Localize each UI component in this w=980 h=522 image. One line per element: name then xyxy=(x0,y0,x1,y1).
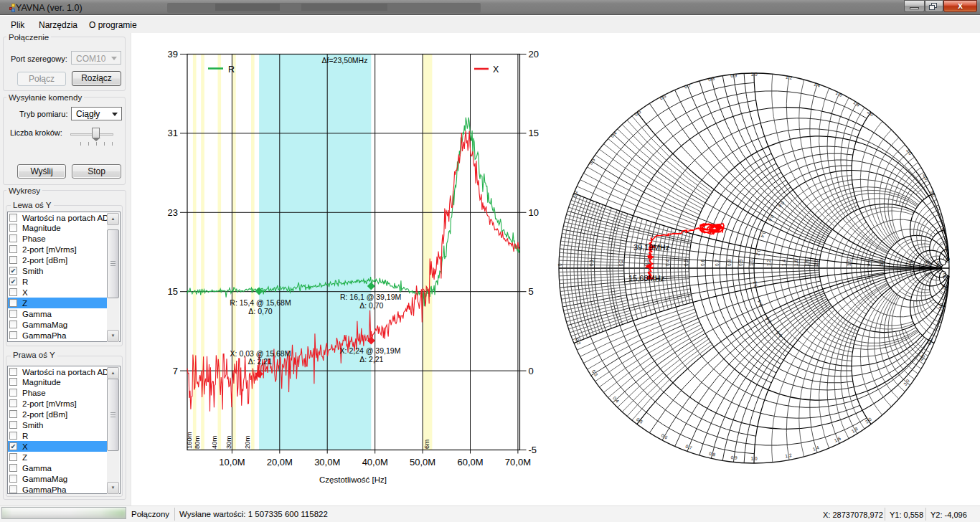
svg-text:Δ: 2,21: Δ: 2,21 xyxy=(359,355,383,364)
svg-text:39,19MHz: 39,19MHz xyxy=(633,243,669,252)
svg-text:30,0M: 30,0M xyxy=(314,457,340,468)
svg-text:15: 15 xyxy=(168,286,178,297)
svg-text:40,0M: 40,0M xyxy=(362,457,388,468)
svg-text:5: 5 xyxy=(529,286,534,297)
svg-text:0: 0 xyxy=(557,263,562,266)
svg-text:20: 20 xyxy=(944,246,950,252)
svg-text:60,0M: 60,0M xyxy=(457,457,483,468)
svg-text:10,0M: 10,0M xyxy=(219,457,245,468)
svg-text:70,0M: 70,0M xyxy=(505,457,531,468)
svg-text:0.8: 0.8 xyxy=(707,76,715,82)
svg-text:R: 16,1 @ 39,19M: R: 16,1 @ 39,19M xyxy=(340,293,401,301)
svg-text:15: 15 xyxy=(529,128,539,138)
svg-text:Δ: 0,70: Δ: 0,70 xyxy=(248,307,272,315)
svg-text:2.0: 2.0 xyxy=(864,417,873,424)
svg-text:0.9: 0.9 xyxy=(730,72,738,78)
svg-text:0.2: 0.2 xyxy=(571,189,578,197)
svg-text:40m: 40m xyxy=(210,435,218,449)
svg-text:0.6: 0.6 xyxy=(660,432,669,440)
svg-text:10: 10 xyxy=(908,260,913,266)
svg-text:0.5: 0.5 xyxy=(684,260,689,266)
svg-text:1.0: 1.0 xyxy=(750,72,757,77)
svg-text:1.8: 1.8 xyxy=(852,100,861,108)
svg-text:0.4: 0.4 xyxy=(756,299,763,307)
svg-text:20: 20 xyxy=(529,49,539,60)
svg-text:0.9: 0.9 xyxy=(738,260,743,266)
svg-text:0.2: 0.2 xyxy=(752,280,758,288)
svg-text:0.8: 0.8 xyxy=(777,201,786,209)
svg-text:1.0: 1.0 xyxy=(749,260,754,266)
svg-text:10: 10 xyxy=(529,207,539,218)
svg-text:R: R xyxy=(228,65,235,75)
svg-text:2.0: 2.0 xyxy=(867,109,875,117)
svg-text:0.7: 0.7 xyxy=(715,260,720,266)
svg-text:0.2: 0.2 xyxy=(575,338,582,346)
svg-text:1.0: 1.0 xyxy=(750,456,757,461)
svg-text:30m: 30m xyxy=(225,435,232,449)
svg-text:50: 50 xyxy=(942,272,947,278)
svg-text:Δf=23,50MHz: Δf=23,50MHz xyxy=(322,56,368,65)
svg-text:0.3: 0.3 xyxy=(591,369,599,377)
svg-text:0.8: 0.8 xyxy=(775,330,783,338)
svg-text:80m: 80m xyxy=(193,435,201,449)
svg-text:4.0: 4.0 xyxy=(918,353,926,362)
svg-text:3.0: 3.0 xyxy=(905,148,913,156)
svg-text:0.1: 0.1 xyxy=(589,260,594,266)
svg-text:20,0M: 20,0M xyxy=(267,457,293,468)
svg-text:31: 31 xyxy=(168,128,178,138)
svg-text:0.3: 0.3 xyxy=(588,157,596,166)
svg-text:1.2: 1.2 xyxy=(785,452,792,459)
svg-text:0.8: 0.8 xyxy=(709,451,717,457)
svg-text:1.4: 1.4 xyxy=(812,445,820,452)
svg-text:15,68MHz: 15,68MHz xyxy=(628,274,664,283)
svg-text:0.5: 0.5 xyxy=(633,109,642,117)
svg-text:Δ: 2,21: Δ: 2,21 xyxy=(248,357,272,366)
svg-text:39: 39 xyxy=(168,49,178,60)
svg-text:2.0: 2.0 xyxy=(814,260,819,266)
svg-text:-5: -5 xyxy=(529,445,537,455)
svg-text:50,0M: 50,0M xyxy=(410,457,435,468)
svg-text:10: 10 xyxy=(941,227,947,233)
svg-text:1.8: 1.8 xyxy=(804,260,809,266)
svg-text:20: 20 xyxy=(941,284,946,290)
svg-text:50: 50 xyxy=(946,257,951,263)
svg-text:50: 50 xyxy=(936,260,941,266)
svg-text:0.5: 0.5 xyxy=(636,417,644,424)
svg-text:1.4: 1.4 xyxy=(813,81,821,88)
svg-text:7: 7 xyxy=(173,366,178,376)
svg-text:0.8: 0.8 xyxy=(727,260,732,266)
svg-text:X: 2,24 @ 39,19M: X: 2,24 @ 39,19M xyxy=(340,346,401,355)
svg-text:R: 15,4 @ 15,68M: R: 15,4 @ 15,68M xyxy=(230,298,291,307)
svg-text:0.7: 0.7 xyxy=(685,444,693,451)
svg-text:0: 0 xyxy=(529,366,534,376)
svg-text:0.6: 0.6 xyxy=(768,214,776,223)
svg-text:6m: 6m xyxy=(423,440,430,449)
svg-text:0.2: 0.2 xyxy=(618,260,623,266)
svg-text:0.2: 0.2 xyxy=(755,249,762,257)
svg-text:20m: 20m xyxy=(243,435,251,449)
svg-text:160m: 160m xyxy=(185,432,193,449)
svg-text:1.2: 1.2 xyxy=(786,75,793,81)
svg-text:X: X xyxy=(493,65,499,75)
svg-text:1.6: 1.6 xyxy=(834,435,842,442)
svg-text:4.0: 4.0 xyxy=(866,260,871,266)
svg-text:Częstotliwość [Hz]: Częstotliwość [Hz] xyxy=(319,475,387,484)
svg-text:1.8: 1.8 xyxy=(851,426,859,434)
svg-text:0.9: 0.9 xyxy=(730,455,738,460)
svg-text:1.6: 1.6 xyxy=(835,90,844,98)
svg-text:0.6: 0.6 xyxy=(700,260,705,266)
svg-text:0.4: 0.4 xyxy=(665,260,670,266)
svg-text:1.6: 1.6 xyxy=(793,260,798,266)
svg-text:20: 20 xyxy=(925,260,930,266)
svg-text:1.2: 1.2 xyxy=(766,260,771,266)
svg-text:3.0: 3.0 xyxy=(847,260,852,266)
svg-text:1.4: 1.4 xyxy=(781,260,786,266)
svg-text:5.0: 5.0 xyxy=(879,260,884,266)
svg-text:23: 23 xyxy=(168,207,178,218)
svg-text:Δ: 0,70: Δ: 0,70 xyxy=(359,301,383,310)
